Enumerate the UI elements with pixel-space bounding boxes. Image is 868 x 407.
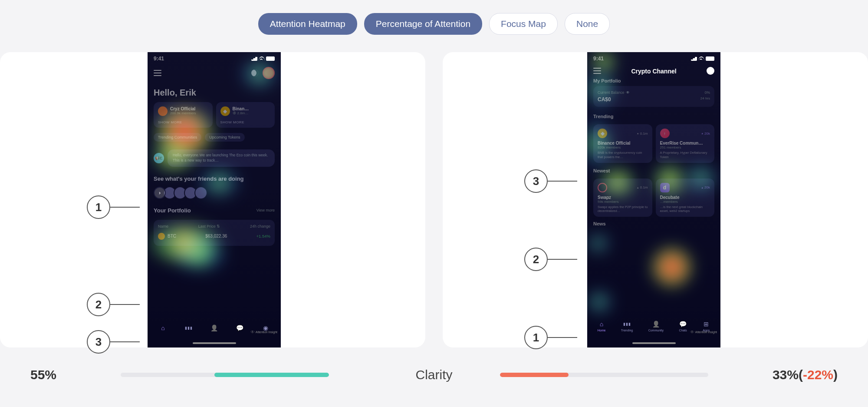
clarity-bar-right — [500, 373, 708, 377]
apps-icon — [702, 320, 710, 328]
attention-marker-2: 2 — [524, 248, 577, 271]
nav-chat[interactable] — [236, 324, 244, 332]
chat-icon — [679, 320, 687, 328]
user-icon — [210, 324, 218, 332]
attention-marker-3: 3 — [524, 169, 577, 193]
filter-focus-map[interactable]: Focus Map — [489, 13, 558, 35]
clarity-bar-left — [121, 373, 329, 377]
filter-attention-heatmap[interactable]: Attention Heatmap — [258, 13, 357, 35]
attention-marker-3: 3 — [87, 330, 140, 354]
home-indicator — [193, 342, 236, 344]
clarity-score-right: 33%(-22%) — [773, 367, 838, 382]
clarity-score-left: 55% — [30, 367, 56, 382]
phone-screenshot-b: 9:41 Crypto Channel My Portfolio — [587, 52, 720, 347]
nav-home[interactable]: Home — [598, 320, 606, 332]
filter-percentage-attention[interactable]: Percentage of Attention — [364, 13, 482, 35]
marker-number: 3 — [524, 169, 548, 193]
battery-icon — [706, 56, 714, 61]
battery-icon — [266, 56, 275, 61]
home-icon — [159, 324, 167, 332]
attention-marker-1: 1 — [87, 195, 140, 219]
watermark: Attention Insight — [690, 330, 717, 334]
nav-trending[interactable] — [185, 324, 193, 332]
home-indicator — [632, 342, 676, 344]
phone-screenshot-a: 9:41 Hello, Erik — [148, 52, 281, 347]
nav-community[interactable]: Community — [648, 320, 664, 332]
friends-arrow[interactable]: › — [154, 187, 166, 199]
bars-icon — [185, 324, 193, 332]
panel-left: 9:41 Hello, Erik — [0, 52, 425, 347]
marker-number: 3 — [87, 330, 110, 354]
marker-number: 1 — [524, 326, 548, 349]
home-icon — [598, 320, 605, 328]
clarity-label: Clarity — [411, 367, 457, 382]
filter-none[interactable]: None — [565, 13, 610, 35]
nav-home[interactable] — [159, 324, 167, 332]
attention-marker-1: 1 — [524, 326, 577, 349]
panel-right: 9:41 Crypto Channel My Portfolio — [443, 52, 868, 347]
marker-number: 1 — [87, 195, 110, 219]
sun-icon[interactable] — [707, 67, 714, 75]
watermark: Attention Insight — [250, 330, 277, 334]
bars-icon — [623, 320, 631, 328]
nav-chats[interactable]: Chats — [679, 320, 687, 332]
nav-user[interactable] — [210, 324, 218, 332]
marker-number: 2 — [524, 248, 548, 271]
nav-trending[interactable]: Trending — [621, 320, 633, 332]
marker-number: 2 — [87, 293, 110, 316]
progress-fill — [500, 373, 569, 377]
user-icon — [652, 320, 660, 328]
filter-bar: Attention Heatmap Percentage of Attentio… — [0, 0, 868, 52]
attention-marker-2: 2 — [87, 293, 140, 316]
chat-icon — [236, 324, 244, 332]
progress-fill — [214, 373, 329, 377]
